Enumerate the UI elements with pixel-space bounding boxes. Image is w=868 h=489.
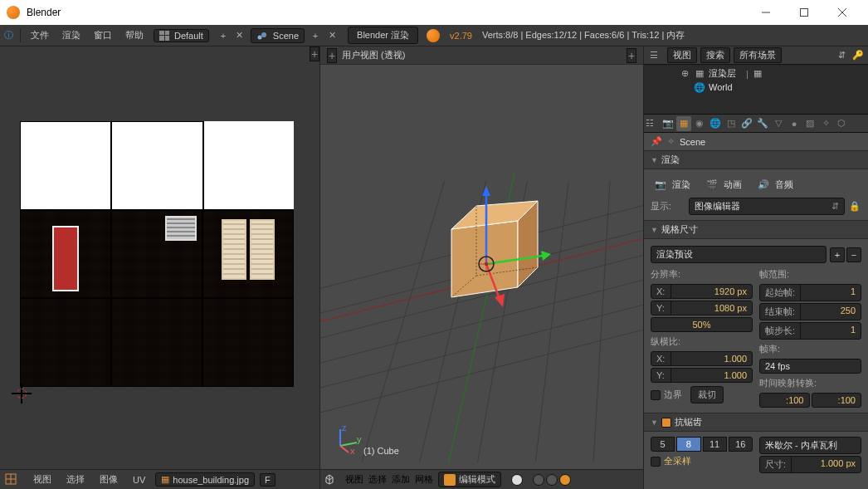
render-audio-button[interactable]: 🔊音频: [753, 176, 797, 193]
info-editor-icon[interactable]: ⓘ: [0, 29, 17, 42]
aa-8-button[interactable]: 8: [676, 437, 700, 452]
close-button[interactable]: [823, 0, 861, 25]
tab-scene[interactable]: ◉: [692, 116, 707, 131]
aa-11-button[interactable]: 11: [703, 437, 727, 452]
lock-icon[interactable]: 🔒: [848, 201, 861, 212]
tab-constraints[interactable]: 🔗: [739, 116, 754, 131]
outliner-tree[interactable]: ⊕ ▦ 渲染层 | ▦ 🌐 World: [644, 65, 868, 114]
3d-menu-select[interactable]: 选择: [368, 473, 387, 486]
scene-selector[interactable]: Scene: [251, 28, 305, 43]
tab-render-layers[interactable]: ▦: [676, 116, 691, 131]
uv-menu-image[interactable]: 图像: [95, 473, 123, 486]
resolution-pct-field[interactable]: 50%: [651, 317, 753, 332]
uv-2d-cursor[interactable]: [12, 384, 32, 403]
resolution-y-field[interactable]: Y:1080 px: [651, 301, 753, 315]
3d-menu-add[interactable]: 添加: [392, 473, 410, 486]
image-datablock-selector[interactable]: ▦ house_building.jpg: [155, 472, 255, 487]
3d-toolshelf-handle[interactable]: +: [327, 48, 337, 63]
uv-canvas[interactable]: +: [0, 46, 319, 469]
tab-world[interactable]: 🌐: [708, 116, 723, 131]
tab-object[interactable]: ◳: [724, 116, 739, 131]
tab-render[interactable]: 📷: [661, 116, 675, 131]
3d-editor-type-icon[interactable]: [324, 473, 335, 487]
outliner-filter-icon[interactable]: ⇵: [835, 50, 848, 61]
select-vertex-button[interactable]: [533, 474, 544, 486]
frame-step-field[interactable]: 帧步长:1: [759, 322, 861, 340]
3d-properties-handle[interactable]: +: [627, 48, 636, 63]
outliner-menu-search[interactable]: 搜索: [700, 47, 730, 63]
pin-icon[interactable]: 📌: [651, 136, 662, 147]
preset-add-button[interactable]: +: [830, 247, 845, 262]
uv-menu-view[interactable]: 视图: [28, 473, 56, 486]
aspect-y-field[interactable]: Y:1.000: [651, 368, 753, 383]
expand-icon[interactable]: ⊕: [679, 68, 690, 80]
layout-add-button[interactable]: +: [217, 31, 229, 41]
menu-render[interactable]: 渲染: [56, 29, 87, 42]
uv-toolshelf-handle[interactable]: +: [310, 46, 319, 61]
outliner-menu-view[interactable]: 视图: [667, 47, 697, 63]
frame-end-field[interactable]: 结束帧:250: [759, 303, 861, 320]
tab-texture[interactable]: ▨: [802, 116, 817, 131]
svg-text:z: z: [342, 424, 347, 433]
scene-add-button[interactable]: +: [310, 31, 321, 41]
uv-menu-uvs[interactable]: UV: [128, 475, 150, 485]
border-checkbox[interactable]: [651, 390, 661, 400]
outliner-key-icon[interactable]: 🔑: [851, 50, 865, 61]
display-mode-selector[interactable]: 图像编辑器⇵: [689, 198, 845, 215]
aa-size-field[interactable]: 尺寸:1.000 px: [759, 456, 861, 473]
screen-layout-selector[interactable]: Default: [154, 29, 209, 42]
render-engine-selector[interactable]: Blender 渲染: [348, 27, 418, 44]
image-pin-button[interactable]: F: [260, 473, 276, 487]
3d-menu-mesh[interactable]: 网格: [415, 473, 433, 486]
select-face-button[interactable]: [559, 474, 571, 486]
frame-start-field[interactable]: 起始帧:1: [759, 284, 861, 301]
tab-particles[interactable]: ✧: [818, 116, 833, 131]
renderlayer-item-icon[interactable]: ▦: [752, 68, 763, 80]
tab-data[interactable]: ▽: [771, 116, 786, 131]
remap-old-field[interactable]: :100: [759, 393, 810, 408]
scene-remove-button[interactable]: ✕: [326, 30, 338, 41]
minimize-button[interactable]: [747, 0, 785, 25]
menu-help[interactable]: 帮助: [119, 29, 150, 42]
speaker-icon: 🔊: [757, 178, 770, 191]
aa-enable-checkbox[interactable]: [661, 418, 671, 428]
menu-file[interactable]: 文件: [24, 29, 56, 42]
uv-menu-select[interactable]: 选择: [61, 473, 90, 486]
aa-filter-selector[interactable]: 米歇尔 - 内卓瓦利: [759, 437, 861, 454]
tab-modifiers[interactable]: 🔧: [755, 116, 770, 131]
select-edge-button[interactable]: [546, 474, 558, 486]
properties-context-tabs: ☷ 📷 ▦ ◉ 🌐 ◳ 🔗 🔧 ▽ ● ▨ ✧ ⬡: [644, 115, 868, 133]
maximize-button[interactable]: [785, 0, 823, 25]
info-header: ⓘ 文件 渲染 窗口 帮助 Default + ✕ Scene + ✕ Blen…: [0, 25, 868, 46]
3d-view-canvas[interactable]: z y x (1) Cube: [320, 65, 643, 469]
framerate-selector[interactable]: 24 fps: [759, 359, 861, 374]
resolution-x-field[interactable]: X:1920 px: [651, 284, 753, 299]
aspect-x-field[interactable]: X:1.000: [651, 351, 753, 366]
tab-material[interactable]: ●: [787, 116, 802, 131]
render-still-button[interactable]: 📷渲染: [651, 176, 694, 193]
crop-button[interactable]: 裁切: [690, 386, 724, 403]
aa-5-button[interactable]: 5: [651, 437, 675, 452]
outliner-editor-icon[interactable]: ☰: [647, 50, 661, 61]
properties-editor-icon[interactable]: ☷: [646, 118, 659, 129]
3d-menu-view[interactable]: 视图: [345, 473, 363, 486]
uv-image-editor: + 视图 选择 图像 UV: [0, 46, 320, 489]
panel-dimensions-header[interactable]: ▼规格尺寸: [644, 220, 868, 239]
layout-remove-button[interactable]: ✕: [234, 30, 246, 41]
render-anim-button[interactable]: 🎬动画: [702, 176, 745, 193]
menu-window[interactable]: 窗口: [87, 29, 119, 42]
panel-aa-header[interactable]: ▼抗锯齿: [644, 413, 868, 432]
tab-physics[interactable]: ⬡: [834, 116, 849, 131]
fullsample-checkbox[interactable]: [651, 457, 661, 467]
aa-16-button[interactable]: 16: [729, 437, 753, 452]
render-preset-selector[interactable]: 渲染预设: [651, 246, 827, 263]
preset-remove-button[interactable]: −: [846, 247, 861, 262]
remap-new-field[interactable]: :100: [812, 393, 862, 408]
version-link[interactable]: v2.79: [443, 31, 479, 41]
outliner-display-mode[interactable]: 所有场景: [734, 47, 782, 63]
panel-render-header[interactable]: ▼渲染: [644, 150, 868, 169]
mode-selector[interactable]: 编辑模式: [438, 472, 501, 487]
transform-manipulator[interactable]: [453, 181, 553, 322]
uv-editor-type-icon[interactable]: [3, 473, 18, 487]
shading-mode-button[interactable]: [511, 474, 523, 486]
